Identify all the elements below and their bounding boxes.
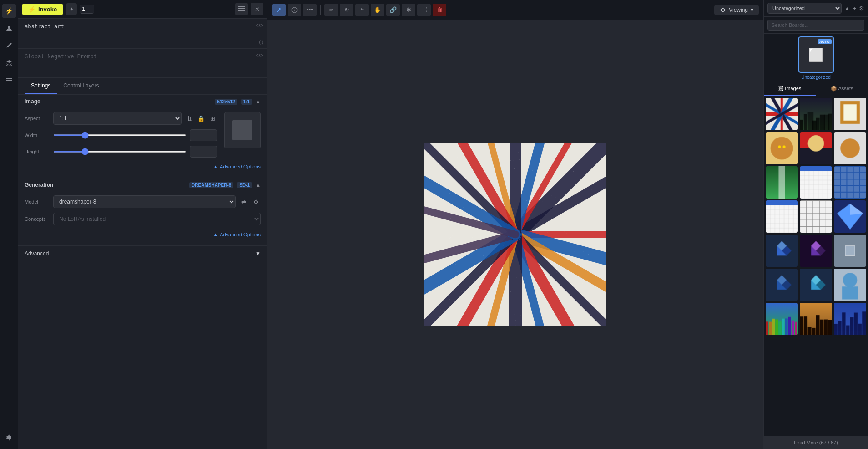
model-settings-button[interactable]: ⚙ xyxy=(252,198,261,206)
generation-section-header[interactable]: Generation DREAMSHAPER-8 SD-1 ▲ xyxy=(18,178,267,192)
trash-button[interactable]: 🗑 xyxy=(433,4,446,16)
expand-negative-icon[interactable]: </> xyxy=(256,52,263,59)
hand-button[interactable]: ✋ xyxy=(371,4,384,16)
width-slider[interactable] xyxy=(53,134,186,136)
images-icon: 🖼 xyxy=(778,86,785,91)
thumbnail-5-3[interactable] xyxy=(834,235,866,267)
thumbnail-7-2[interactable] xyxy=(800,303,832,335)
search-boards-input[interactable] xyxy=(767,20,864,31)
image-advanced-options[interactable]: ▲ Advanced Options xyxy=(25,162,261,171)
generation-section-content: Model dreamshaper-8 stable-diffusion-1.5… xyxy=(18,192,267,245)
thumb-canvas-5-3 xyxy=(834,235,866,267)
add-board-button[interactable]: + xyxy=(853,5,856,12)
viewing-button[interactable]: Viewing ▾ xyxy=(714,5,759,15)
quote-button[interactable]: ❝ xyxy=(355,4,369,16)
main-panel: ⚡ Invoke ✦ 1 ✕ abstract art </> ( ) </> … xyxy=(18,0,267,449)
aspect-options-button[interactable]: ⊞ xyxy=(208,114,217,123)
aspect-select[interactable]: 1:1 16:9 4:3 9:16 xyxy=(53,112,182,125)
thumbnail-5-1[interactable] xyxy=(766,235,798,267)
sidebar-item-list[interactable] xyxy=(2,73,16,87)
tab-control-layers[interactable]: Control Layers xyxy=(57,78,105,94)
thumbnail-4-1[interactable] xyxy=(766,200,798,233)
thumbnail-5-2[interactable] xyxy=(800,235,832,267)
negative-prompt-input[interactable] xyxy=(18,49,267,76)
expand-prompt-icon[interactable]: </> xyxy=(256,22,263,29)
concepts-select[interactable]: No LoRAs installed xyxy=(53,213,261,225)
thumbnail-2-2[interactable] xyxy=(800,132,832,164)
thumb-canvas-7-3 xyxy=(834,303,866,335)
tab-settings[interactable]: Settings xyxy=(25,78,57,94)
image-section-content: Aspect 1:1 16:9 4:3 9:16 ⇅ 🔒 ⊞ xyxy=(18,108,267,178)
asterisk-button[interactable]: ✱ xyxy=(402,4,415,16)
link-button[interactable]: 🔗 xyxy=(386,4,400,16)
invoke-button[interactable]: ⚡ Invoke xyxy=(22,4,63,15)
thumbnail-6-3[interactable] xyxy=(834,269,866,301)
advanced-section-header[interactable]: Advanced ▼ xyxy=(25,246,261,261)
width-input[interactable] xyxy=(190,131,217,140)
info-button[interactable] xyxy=(288,4,301,16)
swap-dimensions-button[interactable]: ⇅ xyxy=(185,114,194,123)
sidebar-item-lightning[interactable]: ⚡ xyxy=(2,4,16,18)
sidebar-item-brush[interactable] xyxy=(2,38,16,53)
thumbnail-4-3[interactable] xyxy=(834,200,866,233)
load-more-button[interactable]: Load More (67 / 67) xyxy=(764,436,868,449)
thumbnail-3-3[interactable] xyxy=(834,166,866,199)
board-settings-button[interactable]: ⚙ xyxy=(859,5,864,12)
queue-list-button[interactable] xyxy=(235,3,248,15)
advanced-collapse-icon[interactable]: ▼ xyxy=(255,250,261,257)
thumbnail-1-3[interactable] xyxy=(834,98,866,130)
sidebar-item-layers[interactable] xyxy=(2,56,16,70)
board-card[interactable]: AUTO ⬜ xyxy=(798,36,834,73)
thumbnail-7-3[interactable] xyxy=(834,303,866,335)
pin-button[interactable] xyxy=(272,4,286,16)
thumbnail-7-1[interactable] xyxy=(766,303,798,335)
tab-images[interactable]: 🖼 Images xyxy=(764,82,816,96)
sidebar-item-settings[interactable] xyxy=(2,431,16,445)
image-size-badge: 512×512 xyxy=(215,99,237,105)
thumb-canvas-2-2 xyxy=(800,132,832,164)
run-count-field[interactable]: 1 xyxy=(80,5,94,13)
assets-tab-label: Assets xyxy=(838,86,853,91)
generation-advanced-options[interactable]: ▲ Advanced Options xyxy=(25,230,261,239)
thumb-canvas-6-1 xyxy=(766,269,798,301)
expand-button[interactable]: ⛶ xyxy=(417,4,431,16)
thumbnail-3-1[interactable] xyxy=(766,166,798,199)
thumbnail-4-2[interactable] xyxy=(800,200,832,233)
positive-prompt-input[interactable]: abstract art xyxy=(18,19,267,47)
close-button[interactable]: ✕ xyxy=(251,3,263,15)
height-slider[interactable] xyxy=(53,151,186,153)
rotate-button[interactable]: ↻ xyxy=(340,4,353,16)
invoke-options-button[interactable]: ✦ xyxy=(66,3,77,15)
lock-aspect-button[interactable]: 🔒 xyxy=(196,114,207,123)
thumbnail-2-3[interactable] xyxy=(834,132,866,164)
sidebar-item-person[interactable] xyxy=(2,21,16,36)
model-select[interactable]: dreamshaper-8 stable-diffusion-1.5 xyxy=(53,195,236,208)
thumbnail-3-2[interactable] xyxy=(800,166,832,199)
thumbnail-1-1[interactable] xyxy=(766,98,798,130)
image-section-collapse[interactable]: ▲ xyxy=(256,99,261,104)
more-options-button[interactable]: ••• xyxy=(303,4,317,16)
collapse-prompt-icon[interactable]: ( ) xyxy=(259,40,263,45)
thumbnail-2-1[interactable] xyxy=(766,132,798,164)
svg-rect-4 xyxy=(238,6,245,7)
run-count-input[interactable]: 1 xyxy=(80,5,94,14)
model-sync-button[interactable]: ⇌ xyxy=(239,198,248,206)
positive-prompt-row: abstract art </> ( ) xyxy=(18,19,267,48)
thumbnail-6-1[interactable] xyxy=(766,269,798,301)
canvas-content xyxy=(267,20,763,449)
thumbnail-6-2[interactable] xyxy=(800,269,832,301)
thumb-canvas-2-3 xyxy=(834,132,866,164)
pencil-button[interactable]: ✏ xyxy=(324,4,338,16)
chevron-up-button[interactable]: ▲ xyxy=(844,5,850,12)
bolt-icon: ⚡ xyxy=(28,6,35,13)
thumb-canvas-2-1 xyxy=(766,132,798,164)
image-section-title: Image xyxy=(25,98,211,105)
generation-advanced-label: Advanced Options xyxy=(220,232,261,237)
height-input[interactable] xyxy=(190,147,217,156)
thumbnail-1-2[interactable] xyxy=(800,98,832,130)
tab-assets[interactable]: 📦 Assets xyxy=(816,82,868,96)
generation-section-collapse[interactable]: ▲ xyxy=(256,182,261,188)
image-grid xyxy=(764,96,868,436)
category-select[interactable]: Uncategorized All Recent xyxy=(767,3,842,14)
image-section-header[interactable]: Image 512×512 1:1 ▲ xyxy=(18,95,267,108)
